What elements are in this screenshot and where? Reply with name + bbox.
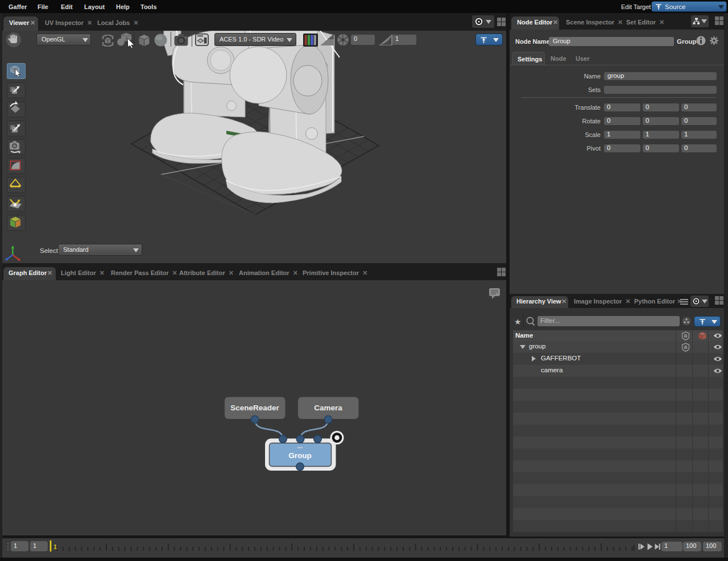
svg-text:SceneReader: SceneReader xyxy=(230,404,279,412)
svg-text:Group: Group xyxy=(288,451,312,460)
svg-text:1: 1 xyxy=(53,543,57,550)
svg-text:Camera: Camera xyxy=(314,404,342,412)
